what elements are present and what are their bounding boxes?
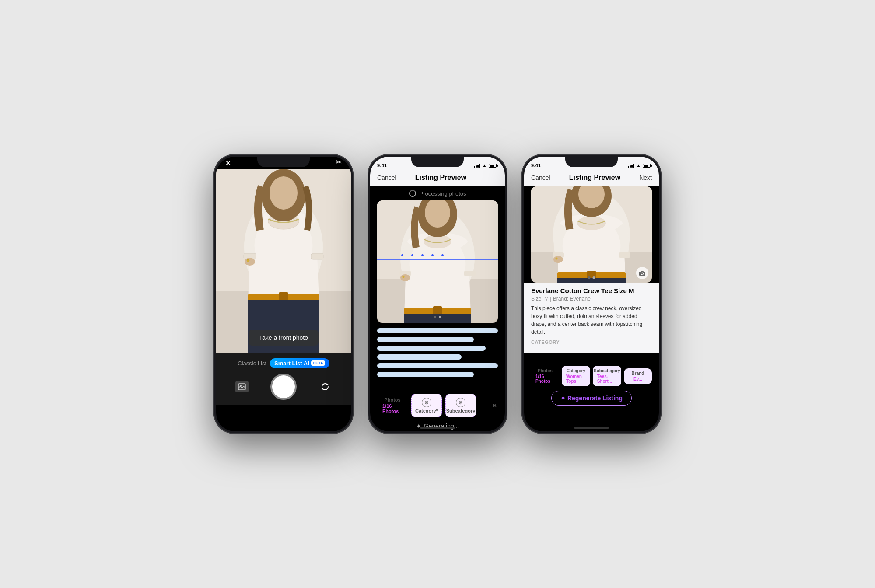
next-button-3[interactable]: Next [639,174,652,181]
signal-icon [474,164,480,168]
svg-point-23 [400,274,410,281]
shutter-button[interactable] [270,374,297,400]
tab-photos-2[interactable]: Photos 1/16 Photos [377,394,408,417]
category-section-label: CATEGORY [531,340,652,345]
cancel-button-2[interactable]: Cancel [377,174,396,181]
processing-label: Processing photos [420,190,466,197]
photo-instruction: Take a front photo [248,330,318,346]
brand-tab-label-3: Brand [632,371,644,376]
classic-list-label[interactable]: Classic List [238,360,266,367]
subcategory-tab-label-3: Subcategory [594,368,620,373]
notch-2 [411,157,464,167]
loading-spinner [409,190,416,197]
tab-row-3: Photos 1/16 Photos Category Women Tops S… [524,366,659,386]
product-image-3 [531,186,652,283]
wifi-icon-3: ▲ [636,163,641,168]
listing-info: Everlane Cotton Crew Tee Size M Size: M … [524,283,659,353]
brand-tab-value-3: Ev... [634,377,642,382]
processing-image [377,200,498,323]
category-tab-value-3: Women Tops [566,374,586,384]
photos-tab-label: Photos [384,397,400,402]
nav-bar-3: Cancel Listing Preview Next [524,169,659,186]
svg-rect-5 [311,253,323,259]
scissors-icon[interactable]: ✂ [336,158,342,167]
phones-container: ✕ Drafts (7) ✂ [214,154,662,434]
product-photo-3 [531,186,652,283]
b-tab-label: B [493,403,497,408]
status-icons-3: ▲ [628,163,652,168]
edit-listing-title-2: Edit Your Listing [377,382,498,390]
listing-meta: Size: M | Brand: Everlane [531,296,652,302]
svg-point-12 [270,176,298,210]
category-tab-icon: ⊕ [422,398,431,407]
photos-tab-label-3: Photos [538,368,553,373]
home-indicator-3 [574,427,609,429]
beta-badge: BETA [311,360,325,366]
listing-title: Everlane Cotton Crew Tee Size M [531,287,652,294]
image-photo [377,200,498,323]
status-icons-2: ▲ [474,163,498,168]
tab-brand-3[interactable]: Brand Ev... [624,368,652,384]
camera-bottom-bar: Classic List Smart List AI BETA [216,353,351,405]
tab-row-2: Photos 1/16 Photos ⊕ Category* ⊕ Subcate… [370,394,505,417]
regenerate-listing-button[interactable]: ✦ Regenerate Listing [551,391,632,406]
phone-2-processing: 9:41 ▲ [368,154,508,434]
home-indicator-2 [420,427,455,429]
category-tab-label: Category* [415,408,438,413]
nav-right-2: Next [485,174,498,181]
smart-list-button[interactable]: Smart List AI BETA [270,358,329,368]
camera-view: Take a front photo [216,169,351,353]
svg-point-36 [553,256,563,263]
notch-3 [565,157,618,167]
photos-tab-value-3: 1/16 Photos [536,374,555,384]
page-title-2: Listing Preview [415,174,466,182]
flip-camera-button[interactable] [318,381,332,392]
svg-point-33 [577,216,606,230]
photos-tab-value: 1/16 Photos [382,403,402,414]
time-2: 9:41 [377,163,387,168]
svg-rect-27 [404,314,471,323]
tab-subcategory-2[interactable]: ⊕ Subcategory [445,394,476,417]
listing-description: This piece offers a classic crew neck, o… [531,304,652,336]
image-pagination-3 [588,276,595,279]
nav-bar-2: Cancel Listing Preview Next [370,169,505,186]
edit-listing-title-3: Edit Your Listing [531,354,652,362]
tab-photos-3[interactable]: Photos 1/16 Photos [531,366,559,386]
mode-selector: Classic List Smart List AI BETA [238,358,329,368]
page-title-3: Listing Preview [569,174,620,182]
tab-category-3[interactable]: Category Women Tops [562,366,590,386]
svg-point-37 [556,258,558,260]
category-tab-label-3: Category [567,368,585,373]
signal-icon-3 [628,164,634,168]
edit-photo-button[interactable] [636,267,648,279]
tab-subcategory-3[interactable]: Subcategory Tees- Short... [593,366,621,386]
tab-category-2[interactable]: ⊕ Category* [411,394,442,417]
svg-point-7 [247,259,249,262]
svg-rect-22 [464,271,476,276]
scan-dots [401,254,444,256]
subcategory-tab-label: Subcategory [446,408,476,413]
subcategory-tab-icon: ⊕ [456,398,466,407]
phone-1-camera: ✕ Drafts (7) ✂ [214,154,354,434]
notch-1 [257,157,310,167]
battery-icon-3 [643,164,652,168]
svg-rect-35 [619,252,630,258]
scan-line [377,259,498,260]
svg-point-24 [402,276,405,278]
close-button[interactable]: ✕ [225,159,231,167]
wifi-icon: ▲ [482,163,487,168]
model-photo [216,169,351,353]
tab-b-2[interactable]: B [480,399,505,412]
image-pagination [434,316,441,318]
battery-icon [489,164,498,168]
gallery-button[interactable] [235,381,248,392]
cancel-button-3[interactable]: Cancel [531,174,550,181]
processing-bar: Processing photos [370,186,505,200]
loading-placeholder [377,328,498,377]
svg-point-6 [245,258,255,266]
time-3: 9:41 [531,163,541,168]
subcategory-tab-value-3: Tees- Short... [597,374,617,384]
phone-3-results: 9:41 ▲ [522,154,662,434]
camera-controls [216,374,351,400]
